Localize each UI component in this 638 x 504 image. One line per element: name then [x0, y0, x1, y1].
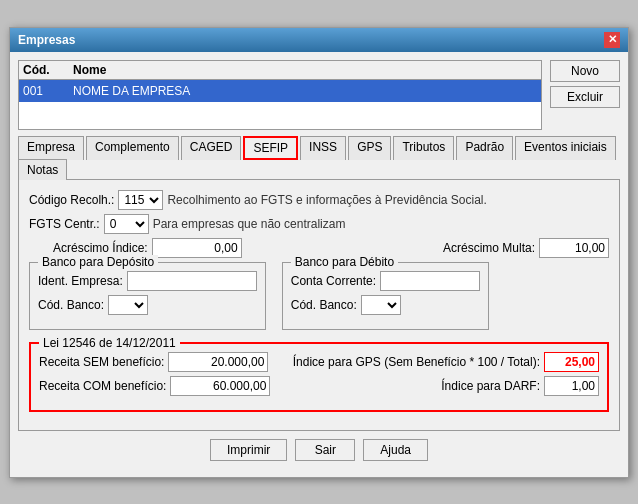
conta-corrente-label: Conta Corrente:	[291, 274, 376, 288]
acrescimo-multa-label: Acréscimo Multa:	[443, 241, 535, 255]
tab-complemento[interactable]: Complemento	[86, 136, 179, 160]
row-nome: NOME DA EMPRESA	[73, 84, 537, 98]
tab-notas[interactable]: Notas	[18, 159, 67, 180]
row-cod: 001	[23, 84, 73, 98]
excluir-button[interactable]: Excluir	[550, 86, 620, 108]
acrescimo-indice-label: Acréscimo Índice:	[53, 241, 148, 255]
banco-deposito-group: Banco para Depósito Ident. Empresa: Cód.…	[29, 262, 266, 330]
novo-button[interactable]: Novo	[550, 60, 620, 82]
ident-empresa-row: Ident. Empresa:	[38, 271, 257, 291]
banco-debito-group: Banco para Débito Conta Corrente: Cód. B…	[282, 262, 489, 330]
conta-corrente-input[interactable]	[380, 271, 480, 291]
window-title: Empresas	[18, 33, 75, 47]
banco-debito-title: Banco para Débito	[291, 255, 398, 269]
receita-com-label: Receita COM benefício:	[39, 379, 166, 393]
receita-sem-row: Receita SEM benefício: Índice para GPS (…	[39, 352, 599, 372]
tab-eventos-iniciais[interactable]: Eventos iniciais	[515, 136, 616, 160]
receita-com-row: Receita COM benefício: Índice para DARF:	[39, 376, 599, 396]
col-header-nome: Nome	[73, 63, 537, 77]
col-header-cod: Cód.	[23, 63, 73, 77]
fgts-centr-desc: Para empresas que não centralizam	[153, 217, 346, 231]
ident-empresa-label: Ident. Empresa:	[38, 274, 123, 288]
indice-gps-label: Índice para GPS (Sem Benefício * 100 / T…	[293, 355, 540, 369]
imprimir-button[interactable]: Imprimir	[210, 439, 287, 461]
tab-caged[interactable]: CAGED	[181, 136, 242, 160]
tab-tributos[interactable]: Tributos	[393, 136, 454, 160]
indice-gps-input[interactable]	[544, 352, 599, 372]
acrescimo-indice-input[interactable]	[152, 238, 242, 258]
close-button[interactable]: ✕	[604, 32, 620, 48]
tab-inss[interactable]: INSS	[300, 136, 346, 160]
receita-com-input[interactable]	[170, 376, 270, 396]
banco-deposito-title: Banco para Depósito	[38, 255, 158, 269]
codigo-recolh-label: Código Recolh.:	[29, 193, 114, 207]
lei-title: Lei 12546 de 14/12/2011	[39, 336, 180, 350]
cod-banco-dep-select[interactable]	[108, 295, 148, 315]
ajuda-button[interactable]: Ajuda	[363, 439, 428, 461]
fgts-centr-label: FGTS Centr.:	[29, 217, 100, 231]
cod-banco-dep-label: Cód. Banco:	[38, 298, 104, 312]
lei-box: Lei 12546 de 14/12/2011 Receita SEM bene…	[29, 342, 609, 412]
banco-groups: Banco para Depósito Ident. Empresa: Cód.…	[29, 262, 609, 338]
cod-banco-deb-label: Cód. Banco:	[291, 298, 357, 312]
main-window: Empresas ✕ Cód. Nome 001 NOME DA EMPRESA…	[9, 27, 629, 478]
cod-banco-deb-select[interactable]	[361, 295, 401, 315]
tab-content: Código Recolh.: 115 Recolhimento ao FGTS…	[18, 180, 620, 431]
ident-empresa-input[interactable]	[127, 271, 257, 291]
receita-sem-input[interactable]	[168, 352, 268, 372]
cod-banco-dep-row: Cód. Banco:	[38, 295, 257, 315]
table-row[interactable]: 001 NOME DA EMPRESA	[19, 80, 541, 102]
fgts-centr-select[interactable]: 0	[104, 214, 149, 234]
tab-sefip[interactable]: SEFIP	[243, 136, 298, 160]
top-section: Cód. Nome 001 NOME DA EMPRESA Novo Exclu…	[18, 60, 620, 130]
acrescimo-multa-input[interactable]	[539, 238, 609, 258]
tab-gps[interactable]: GPS	[348, 136, 391, 160]
cod-banco-deb-row: Cód. Banco:	[291, 295, 480, 315]
action-buttons: Novo Excluir	[550, 60, 620, 130]
tab-empresa[interactable]: Empresa	[18, 136, 84, 160]
indice-darf-input[interactable]	[544, 376, 599, 396]
indice-darf-label: Índice para DARF:	[441, 379, 540, 393]
table-header: Cód. Nome	[19, 61, 541, 80]
conta-corrente-row: Conta Corrente:	[291, 271, 480, 291]
codigo-recolh-select[interactable]: 115	[118, 190, 163, 210]
tab-bar: Empresa Complemento CAGED SEFIP INSS GPS…	[18, 136, 620, 180]
titlebar: Empresas ✕	[10, 28, 628, 52]
codigo-recolh-desc: Recolhimento ao FGTS e informações à Pre…	[167, 193, 486, 207]
content-area: Cód. Nome 001 NOME DA EMPRESA Novo Exclu…	[10, 52, 628, 477]
company-table: Cód. Nome 001 NOME DA EMPRESA	[18, 60, 542, 130]
tab-padrao[interactable]: Padrão	[456, 136, 513, 160]
fgts-centr-row: FGTS Centr.: 0 Para empresas que não cen…	[29, 214, 609, 234]
sair-button[interactable]: Sair	[295, 439, 355, 461]
receita-sem-label: Receita SEM benefício:	[39, 355, 164, 369]
footer-buttons: Imprimir Sair Ajuda	[18, 431, 620, 469]
codigo-recolh-row: Código Recolh.: 115 Recolhimento ao FGTS…	[29, 190, 609, 210]
